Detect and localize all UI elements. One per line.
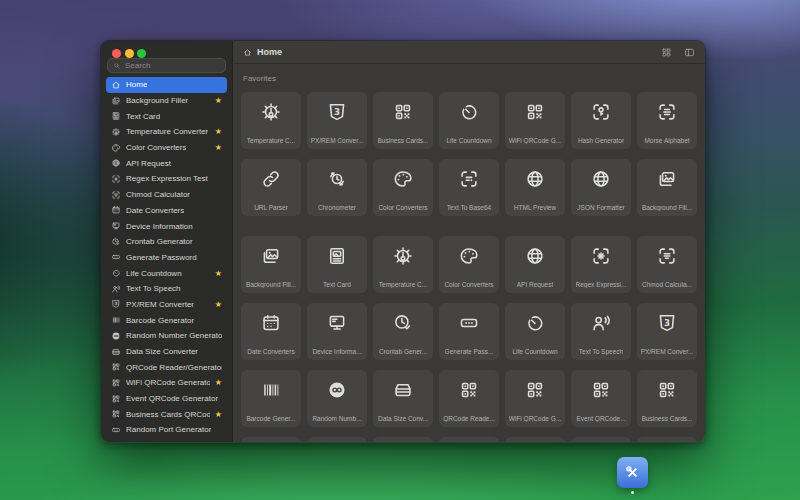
- tool-tile-text-to-speech[interactable]: Text To Speech: [571, 303, 631, 360]
- sidebar-item-rsa-key-generator[interactable]: RSA Key Generator: [106, 438, 227, 442]
- tool-tile-random-numb[interactable]: Random Numb...: [307, 370, 367, 427]
- sidebar-item-random-number-generator[interactable]: Random Number Generator: [106, 328, 227, 344]
- timer-icon: [458, 101, 480, 123]
- tool-tile-regex-expressi[interactable]: Regex Expressi...: [571, 236, 631, 293]
- globe-icon: [524, 168, 546, 190]
- sidebar-item-px-rem-converter[interactable]: 3PX/REM Converter★: [106, 297, 227, 313]
- tool-tile-partial[interactable]: [505, 437, 565, 442]
- tool-tile-qrcode-reade[interactable]: QRCode Reade...: [439, 370, 499, 427]
- tool-tile-generate-pass[interactable]: Generate Pass...: [439, 303, 499, 360]
- palette-icon: [392, 168, 414, 190]
- tool-tile-html-preview[interactable]: HTML Preview: [505, 159, 565, 216]
- sidebar-item-text-to-speech[interactable]: Text To Speech: [106, 281, 227, 297]
- tool-tile-life-countdown[interactable]: Life Countdown: [505, 303, 565, 360]
- tool-tile-business-cards[interactable]: Business Cards...: [637, 370, 697, 427]
- tool-tile-label: Life Countdown: [512, 348, 557, 355]
- grid-view-button[interactable]: [661, 47, 672, 58]
- tool-tile-label: WiFi QRCode G...: [509, 137, 561, 144]
- zoom-button[interactable]: [137, 49, 146, 58]
- sidebar-item-label: Event QRCode Generator: [126, 394, 218, 403]
- sidebar-item-generate-password[interactable]: Generate Password: [106, 250, 227, 266]
- sidebar-item-background-filler[interactable]: Background Filler★: [106, 93, 227, 109]
- tool-tile-device-informa[interactable]: Device Informa...: [307, 303, 367, 360]
- tool-tile-barcode-gener[interactable]: Barcode Gener...: [241, 370, 301, 427]
- tool-tile-partial[interactable]: [439, 437, 499, 442]
- base64-icon: [458, 168, 480, 190]
- search-input[interactable]: [125, 61, 220, 70]
- sidebar-item-text-card[interactable]: Text Card: [106, 108, 227, 124]
- tool-tile-wifi-qrcode-g[interactable]: WiFi QRCode G...: [505, 370, 565, 427]
- qrcode-icon: [111, 394, 121, 404]
- tool-tile-life-countdown[interactable]: Life Countdown: [439, 92, 499, 149]
- tool-tile-background-fill[interactable]: Background Fill...: [637, 159, 697, 216]
- tool-tile-partial[interactable]: [307, 437, 367, 442]
- tool-tile-partial[interactable]: [241, 437, 301, 442]
- search-box[interactable]: [107, 58, 226, 73]
- sidebar-item-home[interactable]: Home: [106, 77, 227, 93]
- tool-tile-partial[interactable]: [373, 437, 433, 442]
- tool-tile-data-size-conv[interactable]: Data Size Conv...: [373, 370, 433, 427]
- sidebar-item-date-converters[interactable]: Date Converters: [106, 203, 227, 219]
- sidebar-item-wifi-qrcode-generator[interactable]: WiFi QRCode Generator★: [106, 375, 227, 391]
- tool-tile-px-rem-conver[interactable]: 3PX/REM Conver...: [307, 92, 367, 149]
- tool-tile-partial[interactable]: [571, 437, 631, 442]
- tool-tile-date-converters[interactable]: Date Converters: [241, 303, 301, 360]
- sidebar-item-random-port-generator[interactable]: Random Port Generator: [106, 422, 227, 438]
- tool-tile-color-converters[interactable]: Color Converters: [439, 236, 499, 293]
- tool-tile-json-formatter[interactable]: JSON Formatter: [571, 159, 631, 216]
- toggle-sidebar-button[interactable]: [684, 47, 695, 58]
- tool-tile-background-fill[interactable]: Background Fill...: [241, 236, 301, 293]
- sidebar-item-barcode-generator[interactable]: Barcode Generator: [106, 312, 227, 328]
- sidebar-item-life-countdown[interactable]: Life Countdown★: [106, 265, 227, 281]
- sidebar-item-device-information[interactable]: Device Information: [106, 218, 227, 234]
- tool-tile-color-converters[interactable]: Color Converters: [373, 159, 433, 216]
- tool-tile-event-qrcode[interactable]: Event QRCode...: [571, 370, 631, 427]
- sidebar-item-event-qrcode-generator[interactable]: Event QRCode Generator: [106, 391, 227, 407]
- tool-tile-label: Hash Generator: [578, 137, 624, 144]
- chmod-icon: [111, 190, 121, 200]
- sidebar-item-temperature-converter[interactable]: Temperature Converter★: [106, 124, 227, 140]
- sidebar-item-chmod-calculator[interactable]: Chmod Calculator: [106, 187, 227, 203]
- image-icon: [656, 168, 678, 190]
- thermometer-icon: [111, 127, 121, 137]
- tool-tile-text-to-base64[interactable]: Text To Base64: [439, 159, 499, 216]
- sidebar-item-label: RSA Key Generator: [126, 441, 196, 442]
- qrcode-icon: [111, 362, 121, 372]
- tool-tile-business-cards[interactable]: Business Cards...: [373, 92, 433, 149]
- sidebar-item-api-request[interactable]: API Request: [106, 155, 227, 171]
- sidebar-item-qrcode-reader-generator[interactable]: QRCode Reader/Generator: [106, 359, 227, 375]
- close-button[interactable]: [112, 49, 121, 58]
- sidebar-item-color-converters[interactable]: Color Converters★: [106, 140, 227, 156]
- tool-tile-temperature-c[interactable]: Temperature C...: [373, 236, 433, 293]
- svg-text:3: 3: [664, 318, 670, 328]
- tool-tile-label: Morse Alphabet: [644, 137, 689, 144]
- qrcode-icon: [392, 101, 414, 123]
- dock-devtoys-icon[interactable]: [617, 457, 648, 488]
- tool-tile-label: JSON Formatter: [577, 204, 624, 211]
- sidebar-item-regex-expression-test[interactable]: Regex Expression Test: [106, 171, 227, 187]
- tool-tile-hash-generator[interactable]: Hash Generator: [571, 92, 631, 149]
- tool-tile-text-card[interactable]: Text Card: [307, 236, 367, 293]
- tool-tile-wifi-qrcode-g[interactable]: WiFi QRCode G...: [505, 92, 565, 149]
- tool-tile-url-parser[interactable]: URL Parser: [241, 159, 301, 216]
- minimize-button[interactable]: [125, 49, 134, 58]
- sidebar-item-business-cards-qrcode[interactable]: Business Cards QRCode...★: [106, 406, 227, 422]
- content-area: Favorites Temperature C...3PX/REM Conver…: [233, 64, 705, 442]
- tool-tile-crontab-gener[interactable]: Crontab Gener...: [373, 303, 433, 360]
- tool-tile-api-request[interactable]: API Request: [505, 236, 565, 293]
- tool-tile-chmod-calcula[interactable]: Chmod Calcula...: [637, 236, 697, 293]
- tool-tile-morse-alphabet[interactable]: Morse Alphabet: [637, 92, 697, 149]
- svg-text:3: 3: [334, 107, 340, 117]
- sidebar-item-data-size-converter[interactable]: Data Size Converter: [106, 344, 227, 360]
- tool-tile-label: Background Fill...: [642, 204, 692, 211]
- tool-tile-temperature-c[interactable]: Temperature C...: [241, 92, 301, 149]
- sidebar-item-label: Text Card: [126, 112, 160, 121]
- tool-tile-chronometer[interactable]: Chronometer: [307, 159, 367, 216]
- css3-icon: 3: [111, 299, 121, 309]
- tool-tile-px-rem-conver[interactable]: 3PX/REM Conver...: [637, 303, 697, 360]
- tool-tile-partial[interactable]: [637, 437, 697, 442]
- globe-icon: [524, 245, 546, 267]
- qrcode-icon: [524, 379, 546, 401]
- tool-tile-label: Text To Speech: [579, 348, 623, 355]
- sidebar-item-crontab-generator[interactable]: Crontab Generator: [106, 234, 227, 250]
